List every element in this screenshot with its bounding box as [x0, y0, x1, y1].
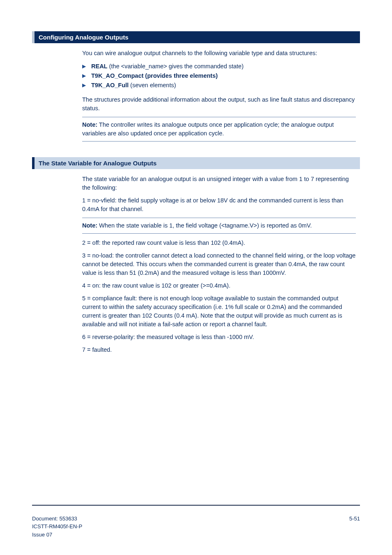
bullet-list: REAL (the <variable_name> gives the comm…: [82, 62, 356, 91]
issue-number: Issue 07: [32, 531, 82, 539]
state-5: 5 = compliance fault: there is not enoug…: [82, 294, 356, 329]
note-label: Note:: [82, 121, 97, 128]
bullet-bold: T9K_AO_Full: [91, 82, 129, 88]
section-header-configuring: Configuring Analogue Outputs: [32, 31, 360, 43]
bullet-text: (the <variable_name> gives the commanded…: [107, 63, 243, 70]
after-list-text: The structures provide additional inform…: [82, 95, 356, 113]
list-item: T9K_AO_Compact (provides three elements): [82, 71, 356, 81]
page-footer: Document: 553633 ICSTT-RM405f-EN-P Issue…: [32, 515, 360, 539]
note-block: Note: The controller writes its analogue…: [82, 117, 356, 142]
note-body: The controller writes its analogue outpu…: [82, 121, 334, 137]
page-number: 5-51: [349, 515, 360, 523]
footer-right: 5-51: [349, 515, 360, 523]
note-body: When the state variable is 1, the field …: [97, 222, 312, 229]
state-3: 3 = no-load: the controller cannot detec…: [82, 251, 356, 277]
state-4: 4 = on: the raw count value is 102 or gr…: [82, 281, 356, 290]
footer-rule: [32, 505, 360, 506]
bullet-bold: REAL: [91, 63, 107, 70]
list-item: T9K_AO_Full (seven elements): [82, 81, 356, 90]
note-block-2: Note: When the state variable is 1, the …: [82, 218, 356, 234]
footer-left: Document: 553633 ICSTT-RM405f-EN-P Issue…: [32, 515, 82, 539]
state-2: 2 = off: the reported raw count value is…: [82, 239, 356, 247]
section-header-state-variable: The State Variable for Analogue Outputs: [32, 157, 360, 169]
note-label: Note:: [82, 222, 97, 229]
document-number: Document: 553633: [32, 515, 82, 523]
state-1: 1 = no-vfield: the field supply voltage …: [82, 196, 356, 214]
state-intro: The state variable for an analogue outpu…: [82, 175, 356, 192]
state-7: 7 = faulted.: [82, 346, 356, 354]
bullet-bold: T9K_AO_Compact (provides three elements): [91, 72, 218, 79]
intro-text: You can wire analogue output channels to…: [82, 49, 356, 58]
state-6: 6 = reverse-polarity: the measured volta…: [82, 333, 356, 341]
document-code: ICSTT-RM405f-EN-P: [32, 522, 82, 531]
list-item: REAL (the <variable_name> gives the comm…: [82, 62, 356, 71]
bullet-text: (seven elements): [129, 82, 176, 88]
